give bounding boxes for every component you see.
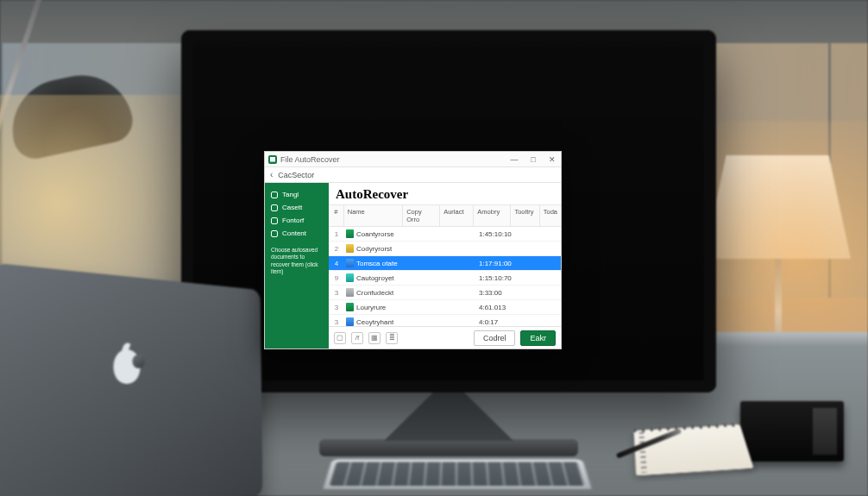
toolbar: ‹ CacSector (265, 167, 561, 183)
file-icon (346, 303, 354, 311)
main-panel: AutoRecover # Name Copy Orro Aurlact Amo… (329, 183, 561, 348)
file-icon (346, 288, 354, 297)
col-4[interactable]: Amobry (474, 205, 511, 226)
back-button[interactable]: ‹ (270, 170, 273, 179)
sidebar-item-label: Content (282, 229, 306, 237)
table-row[interactable]: 3Cronfudeckt3:33:00 (329, 286, 561, 300)
bullet-icon (271, 204, 278, 211)
bullet-icon (271, 230, 278, 237)
sidebar-item-label: Fontorf (282, 217, 304, 224)
table-header: # Name Copy Orro Aurlact Amobry Tooltry … (329, 204, 561, 227)
cancel-button[interactable]: Codrel (474, 330, 516, 346)
row-index: 9 (329, 274, 344, 282)
sidebar-item-3[interactable]: Content (265, 227, 329, 240)
table-row[interactable]: 3Ceoytryhant4:0:17 (329, 315, 561, 326)
toolbar-label: CacSector (278, 171, 314, 179)
window-minimize-button[interactable]: — (509, 155, 519, 164)
table-body: 1Coantyrorse1:45:10:102Codyryrorst4Tomsc… (329, 227, 561, 326)
row-name-cell: Ceoytryhant (344, 317, 405, 326)
table-lamp (704, 155, 851, 259)
sidebar-item-1[interactable]: Casett (265, 201, 329, 214)
tool-checkbox-icon[interactable]: ▢ (334, 332, 346, 344)
row-value: 1:45:10:10 (477, 230, 515, 238)
autorecover-window: File AutoRecover — □ ✕ ‹ CacSector Tangl… (264, 151, 562, 349)
table-row[interactable]: 1Coantyrorse1:45:10:10 (329, 227, 561, 242)
file-icon (346, 244, 354, 253)
row-name: Codyryrorst (356, 245, 392, 253)
file-icon (346, 273, 354, 282)
titlebar: File AutoRecover — □ ✕ (265, 152, 561, 167)
bullet-icon (271, 217, 278, 224)
row-index: 2 (329, 245, 344, 253)
row-name: Coantyrorse (356, 230, 394, 238)
col-2[interactable]: Copy Orro (403, 205, 440, 226)
app-icon (268, 155, 277, 164)
row-value: 4:61.013 (477, 304, 515, 311)
row-name: Cronfudeckt (356, 289, 393, 297)
table-row[interactable]: 4Tomsca otate1:17:91:00 (329, 256, 561, 271)
file-icon (346, 229, 354, 238)
table-row[interactable]: 3Louryrure4:61.013 (329, 300, 561, 315)
table-row[interactable]: 2Codyryrorst (329, 242, 561, 256)
row-name: Louryrure (356, 304, 386, 311)
footer: ▢ /f ▦ ≣ Codrel Eakr (329, 326, 561, 348)
sidebar-item-label: Tangl (282, 191, 299, 198)
notepad (634, 424, 754, 475)
file-icon (346, 259, 354, 267)
open-button[interactable]: Eakr (520, 330, 556, 346)
col-3[interactable]: Aurlact (440, 205, 474, 226)
row-name: Ceoytryhant (356, 318, 393, 326)
row-index: 1 (329, 230, 344, 238)
tool-filter-icon[interactable]: /f (351, 332, 363, 344)
row-index: 3 (329, 318, 344, 326)
row-name-cell: Tomsca otate (344, 259, 405, 267)
row-name-cell: Coantyrorse (344, 229, 405, 238)
row-value: 1:17:91:00 (477, 260, 515, 267)
page-title: AutoRecover (329, 183, 561, 204)
row-value: 4:0:17 (477, 318, 515, 326)
sidebar-hint: Choose autosaved documents to recover th… (265, 247, 329, 276)
col-6[interactable]: Toda (540, 205, 561, 226)
sidebar-item-label: Casett (282, 204, 302, 211)
col-index[interactable]: # (329, 205, 344, 226)
bullet-icon (271, 191, 278, 198)
row-value: 1:15:10:70 (477, 274, 515, 282)
row-index: 4 (329, 260, 344, 267)
row-index: 3 (329, 289, 344, 297)
window-title: File AutoRecover (280, 155, 340, 164)
table-row[interactable]: 9Cautogroyet1:15:10:70 (329, 271, 561, 286)
storage-box (740, 401, 844, 461)
file-icon (346, 317, 354, 326)
keyboard (324, 459, 592, 488)
sidebar: Tangl Casett Fontorf Content Choose auto… (265, 183, 329, 348)
sidebar-item-2[interactable]: Fontorf (265, 214, 329, 227)
row-index: 3 (329, 304, 344, 311)
window-maximize-button[interactable]: □ (528, 155, 538, 164)
row-name-cell: Cronfudeckt (344, 288, 405, 297)
row-name-cell: Codyryrorst (344, 244, 405, 253)
tool-grid-icon[interactable]: ▦ (368, 332, 381, 344)
row-name: Cautogroyet (356, 274, 394, 282)
row-name-cell: Cautogroyet (344, 273, 405, 282)
row-name-cell: Louryrure (344, 303, 405, 311)
tool-list-icon[interactable]: ≣ (386, 332, 398, 344)
sidebar-item-0[interactable]: Tangl (265, 188, 329, 201)
row-value: 3:33:00 (477, 289, 515, 297)
apple-logo-icon (113, 349, 140, 384)
col-5[interactable]: Tooltry (511, 205, 539, 226)
window-close-button[interactable]: ✕ (547, 155, 557, 164)
col-name[interactable]: Name (344, 205, 403, 226)
row-name: Tomsca otate (356, 260, 398, 267)
